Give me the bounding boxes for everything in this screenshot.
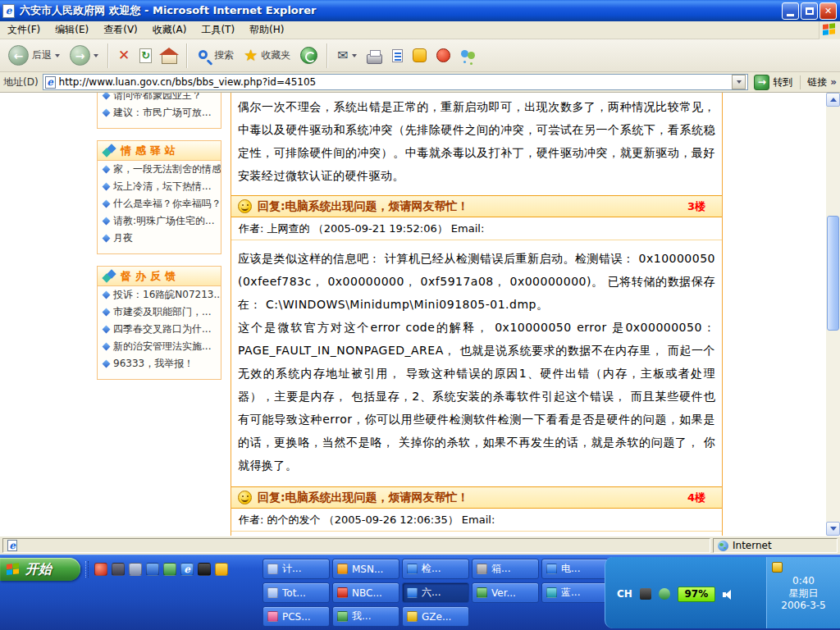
menu-view[interactable]: 查看(V)	[96, 21, 145, 39]
app-window-icon	[337, 611, 348, 622]
task-button[interactable]: 箱...	[472, 559, 539, 579]
vertical-scrollbar[interactable]	[826, 93, 840, 536]
windows-flag-icon	[7, 563, 21, 577]
section-diamond-icon	[103, 144, 116, 158]
scheduler-tray-icon[interactable]	[772, 562, 783, 573]
sidebar-link[interactable]: 什么是幸福？你幸福吗？	[98, 195, 221, 212]
forward-button[interactable]: →	[66, 43, 102, 67]
scroll-up-button[interactable]	[826, 93, 840, 107]
menu-tools[interactable]: 工具(T)	[194, 21, 242, 39]
mail-button[interactable]: ✉	[334, 48, 359, 64]
scroll-down-button[interactable]	[826, 522, 840, 536]
history-button[interactable]	[297, 45, 321, 66]
menu-favorites[interactable]: 收藏(A)	[145, 21, 194, 39]
battery-indicator[interactable]: 97%	[678, 587, 715, 602]
sidebar-link[interactable]: 请教:明珠广场住宅的...	[98, 212, 221, 230]
sidebar-link[interactable]: 建议：市民广场可放...	[98, 104, 221, 121]
quick-launch-app-red-icon[interactable]	[94, 563, 107, 576]
clock-weekday: 星期日	[789, 587, 819, 599]
quick-launch-qq-icon[interactable]	[198, 563, 211, 576]
close-button[interactable]: ✕	[819, 2, 837, 20]
mail-icon: ✉	[337, 49, 348, 62]
maximize-button[interactable]	[801, 2, 818, 20]
home-icon	[162, 54, 177, 64]
menu-bar: 文件(F) 编辑(E) 查看(V) 收藏(A) 工具(T) 帮助(H)	[0, 21, 840, 39]
reply-text: 偶尔一次不理会，系统出错是正常的，重新启动即可，出现次数多了，两种情况比较常见，…	[231, 93, 722, 195]
sidebar-link[interactable]: 新的治安管理法实施...	[98, 338, 221, 355]
clock-panel[interactable]: 0:40 星期日 2006-3-5	[766, 557, 840, 628]
tray-app-icon[interactable]	[640, 588, 651, 600]
task-button-row-2: Tot... NBC... 六... Ver... 蓝...	[262, 582, 609, 603]
back-button[interactable]: ← 后退	[5, 43, 63, 67]
task-button[interactable]: 蓝...	[541, 582, 609, 603]
red-app-button[interactable]	[433, 47, 454, 64]
task-button[interactable]: MSN...	[332, 559, 399, 579]
history-icon	[300, 47, 317, 64]
task-button[interactable]: Ver...	[472, 582, 539, 603]
task-button[interactable]: GZe...	[402, 606, 469, 627]
task-button[interactable]: 检...	[402, 559, 469, 579]
task-button[interactable]: 电...	[541, 559, 609, 579]
tray-antivirus-icon[interactable]	[659, 588, 670, 600]
sidebar-link[interactable]: 96333，我举报！	[98, 355, 221, 372]
sidebar-link-label: 新的治安管理法实施...	[113, 340, 211, 354]
toolbar-separator	[186, 43, 188, 68]
app-window-icon	[477, 587, 487, 598]
back-dropdown-icon[interactable]	[55, 54, 60, 57]
quick-launch-media-icon[interactable]	[129, 563, 142, 576]
sidebar-link[interactable]: 市建委及职能部门，...	[98, 304, 221, 321]
contacts-button[interactable]	[457, 47, 481, 64]
search-icon	[199, 50, 208, 59]
start-button[interactable]: 开始	[0, 558, 80, 581]
reply-title: 回复:电脑系统出现问题，烦请网友帮忙！	[258, 199, 469, 214]
sidebar-link[interactable]: 投诉：16路皖N07213...	[98, 286, 221, 304]
stop-button[interactable]: ✕	[115, 47, 133, 64]
task-button[interactable]: PCS...	[262, 606, 330, 627]
favorites-button[interactable]: ★ 收藏夹	[240, 46, 294, 65]
bullet-icon	[103, 235, 111, 243]
task-button[interactable]: Tot...	[262, 582, 330, 603]
menu-help[interactable]: 帮助(H)	[242, 21, 291, 39]
task-button-active[interactable]: 六...	[402, 582, 469, 603]
sidebar-link[interactable]: 四季春交叉路口为什...	[98, 321, 221, 338]
go-button[interactable]: → 转到	[752, 75, 794, 90]
url-text[interactable]: http://www.luan.gov.cn/bbs/bbs_view.php?…	[59, 76, 729, 88]
quick-launch-app-yellow-icon[interactable]	[215, 563, 228, 576]
quick-launch-ie-icon[interactable]: e	[180, 563, 194, 576]
print-button[interactable]	[363, 45, 386, 66]
home-button[interactable]	[158, 46, 180, 66]
sidebar-link[interactable]: 坛上冷清，坛下热情...	[98, 178, 221, 195]
task-button[interactable]: NBC...	[332, 582, 399, 603]
edit-button[interactable]	[389, 48, 406, 64]
page-icon: e	[7, 540, 17, 551]
mail-dropdown-icon[interactable]	[352, 54, 357, 57]
sidebar-link[interactable]: 月夜	[98, 230, 221, 247]
status-bar: e Internet	[0, 536, 840, 555]
refresh-button[interactable]: ↻	[136, 47, 155, 65]
volume-icon[interactable]	[723, 589, 735, 600]
forward-dropdown-icon[interactable]	[94, 54, 98, 57]
address-dropdown-button[interactable]	[732, 75, 746, 89]
minimize-button[interactable]	[782, 2, 799, 20]
bullet-icon	[103, 326, 111, 334]
task-button[interactable]: 我...	[332, 606, 399, 627]
forum-thread-panel: 偶尔一次不理会，系统出错是正常的，重新启动即可，出现次数多了，两种情况比较常见，…	[231, 93, 723, 536]
menu-file[interactable]: 文件(F)	[0, 21, 48, 39]
sidebar-box-emotion: 情感驿站 家，一段无法割舍的情感 坛上冷清，坛下热情... 什么是幸福？你幸福吗…	[97, 140, 221, 254]
quick-launch-app-blue-icon[interactable]	[146, 563, 159, 576]
toolbar-grip[interactable]	[85, 561, 89, 578]
messenger-button[interactable]	[409, 47, 430, 64]
scrollbar-thumb[interactable]	[827, 216, 839, 331]
ime-indicator[interactable]: CH	[617, 588, 632, 600]
quick-launch-app-dark-icon[interactable]	[112, 563, 125, 576]
security-zone-panel: Internet	[713, 538, 838, 553]
links-menu[interactable]: 链接 »	[800, 75, 837, 89]
menu-edit[interactable]: 编辑(E)	[48, 21, 96, 39]
address-input[interactable]: e http://www.luan.gov.cn/bbs/bbs_view.ph…	[43, 74, 749, 90]
sidebar-link[interactable]: 家，一段无法割舍的情感	[98, 161, 221, 178]
quick-launch-app-green-icon[interactable]	[163, 563, 176, 576]
search-button[interactable]: 搜索	[194, 47, 237, 64]
sidebar-link[interactable]: 请问帝都蒙园业主？	[98, 93, 221, 104]
app-window-icon	[337, 564, 348, 574]
task-button[interactable]: 计...	[262, 559, 330, 579]
